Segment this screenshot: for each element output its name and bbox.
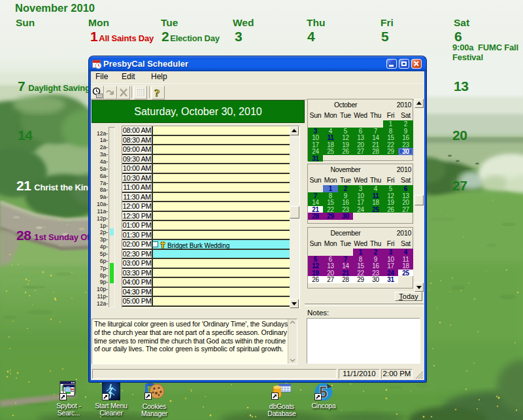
svg-text:?: ? [154, 87, 160, 99]
